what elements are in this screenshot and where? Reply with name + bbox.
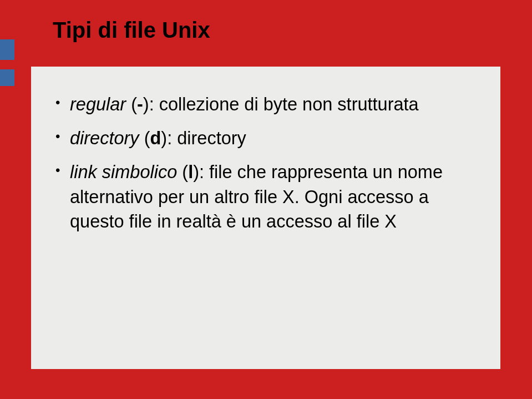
list-item: regular (-): collezione di byte non stru…	[55, 92, 478, 117]
paren-close: )	[193, 162, 199, 182]
bullet-list: regular (-): collezione di byte non stru…	[55, 92, 478, 234]
accent-bar-top	[0, 39, 14, 60]
paren-open: (	[139, 128, 150, 148]
type-desc: directory	[177, 128, 246, 148]
type-desc: collezione di byte non strutturata	[159, 94, 419, 114]
paren-open: (	[126, 94, 137, 114]
paren-close: )	[143, 94, 149, 114]
list-item: directory (d): directory	[55, 126, 478, 151]
slide-body: regular (-): collezione di byte non stru…	[31, 67, 500, 369]
paren-close: )	[161, 128, 167, 148]
type-symbol: -	[137, 94, 143, 114]
colon: :	[149, 94, 159, 114]
slide-title: Tipi di file Unix	[53, 18, 210, 43]
accent-bar-mid	[0, 69, 14, 86]
type-name: link simbolico	[70, 162, 177, 182]
type-symbol: d	[150, 128, 161, 148]
colon: :	[167, 128, 177, 148]
paren-open: (	[177, 162, 188, 182]
type-symbol: l	[188, 162, 193, 182]
type-name: directory	[70, 128, 139, 148]
type-name: regular	[70, 94, 126, 114]
colon: :	[199, 162, 209, 182]
list-item: link simbolico (l): file che rappresenta…	[55, 160, 478, 235]
